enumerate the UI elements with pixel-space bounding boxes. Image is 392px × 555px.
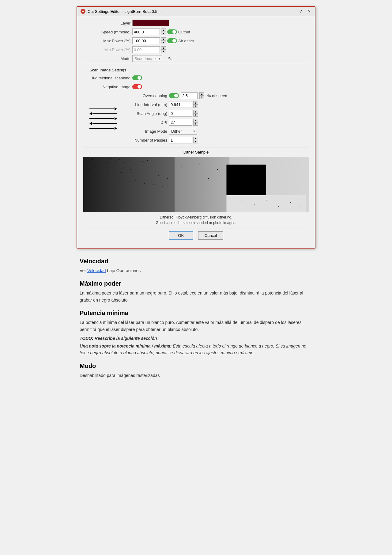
layer-label: Layer xyxy=(83,21,132,25)
speed-up-btn[interactable]: ▲ xyxy=(161,29,166,32)
svg-rect-30 xyxy=(117,178,117,179)
line-interval-label: Line Interval (mm) xyxy=(120,102,169,107)
max-power-input[interactable] xyxy=(132,37,160,44)
output-toggle[interactable] xyxy=(167,29,177,34)
potencia-minima-body: La potencia mínima del láser para un bla… xyxy=(80,319,312,333)
max-power-spinner[interactable]: ▲ ▼ xyxy=(161,37,166,44)
max-power-up-btn[interactable]: ▲ xyxy=(161,37,166,41)
bi-directional-toggle[interactable] xyxy=(132,75,142,80)
line-interval-row: Line Interval (mm) ▲ ▼ xyxy=(120,101,309,108)
svg-point-22 xyxy=(147,160,148,161)
speed-spinner[interactable]: ▲ ▼ xyxy=(161,29,166,35)
num-passes-label: Number of Passes xyxy=(120,138,169,143)
dialog-buttons: OK Cancel xyxy=(83,229,309,243)
page-content: Velocidad Ver Velocidad bajo Operaciones… xyxy=(77,258,315,379)
svg-point-9 xyxy=(88,160,88,161)
overscanning-row: Overscanning ▲ ▼ % of speed xyxy=(120,92,309,99)
dpi-down-btn[interactable]: ▼ xyxy=(193,122,198,126)
dpi-spinner[interactable]: ▲ ▼ xyxy=(193,119,198,126)
min-power-label: Min Power (%) xyxy=(83,48,132,52)
dpi-up-btn[interactable]: ▲ xyxy=(193,119,198,122)
min-power-spinner[interactable]: ▲ ▼ xyxy=(161,46,166,53)
arrows-fields-area: Overscanning ▲ ▼ % of speed xyxy=(83,92,309,145)
cancel-button[interactable]: Cancel xyxy=(198,231,223,240)
max-power-down-btn[interactable]: ▼ xyxy=(161,41,166,44)
maximo-poder-heading: Máximo poder xyxy=(80,280,312,287)
svg-point-21 xyxy=(142,162,143,162)
ok-button[interactable]: OK xyxy=(169,231,193,240)
dither-section-title: Dither Sample xyxy=(83,150,309,154)
dither-svg xyxy=(83,157,309,212)
velocidad-heading: Velocidad xyxy=(80,258,312,265)
svg-point-1 xyxy=(82,11,84,12)
svg-rect-45 xyxy=(208,178,209,179)
svg-point-14 xyxy=(110,158,111,159)
overscanning-up-btn[interactable]: ▲ xyxy=(199,92,204,96)
dpi-row: DPI ▲ ▼ xyxy=(120,119,309,126)
svg-rect-24 xyxy=(89,169,90,170)
dpi-input[interactable] xyxy=(169,119,192,126)
modo-body: Deshabilitado para imágenes rasterizadas xyxy=(80,372,312,379)
num-passes-up-btn[interactable]: ▲ xyxy=(193,137,198,140)
svg-rect-44 xyxy=(199,165,200,165)
negative-image-row: Negative Image xyxy=(83,83,309,90)
arrow-line-3 xyxy=(89,117,117,120)
min-power-down-btn[interactable]: ▼ xyxy=(161,50,166,53)
overscanning-spinner[interactable]: ▲ ▼ xyxy=(199,92,204,99)
overscanning-toggle[interactable] xyxy=(169,93,179,98)
velocidad-prefix: Ver xyxy=(80,268,87,273)
arrow-line-1 xyxy=(89,107,117,110)
negative-image-label: Negative Image xyxy=(83,85,132,89)
min-power-input[interactable] xyxy=(132,46,160,53)
velocidad-link[interactable]: Velocidad xyxy=(87,268,106,273)
line-interval-up-btn[interactable]: ▲ xyxy=(193,101,198,105)
svg-point-19 xyxy=(133,163,134,163)
scan-angle-spinner[interactable]: ▲ ▼ xyxy=(193,110,198,117)
svg-rect-50 xyxy=(278,206,279,207)
num-passes-spinner[interactable]: ▲ ▼ xyxy=(193,137,198,143)
mode-select[interactable]: Scan Image Fill Line xyxy=(132,55,162,62)
velocidad-body: Ver Velocidad bajo Operaciones xyxy=(80,267,312,274)
dither-description: Dithered: Floyd-Steinberg diffusion dith… xyxy=(83,215,309,226)
num-passes-input[interactable] xyxy=(169,137,192,143)
mode-row: Mode Scan Image Fill Line ▼ ↖ xyxy=(83,55,309,62)
image-mode-label: Image Mode xyxy=(120,129,169,134)
negative-image-toggle[interactable] xyxy=(132,84,142,89)
num-passes-row: Number of Passes ▲ ▼ xyxy=(120,136,309,144)
bi-directional-label: Bi-directional scanning xyxy=(83,76,132,80)
app-icon xyxy=(80,9,86,14)
svg-point-16 xyxy=(119,159,120,160)
air-assist-label: Air assist xyxy=(178,39,194,43)
num-passes-down-btn[interactable]: ▼ xyxy=(193,140,198,143)
scan-angle-input[interactable] xyxy=(169,110,192,117)
svg-point-12 xyxy=(101,160,102,160)
line-interval-input[interactable] xyxy=(169,101,192,108)
line-interval-spinner[interactable]: ▲ ▼ xyxy=(193,101,198,108)
svg-rect-46 xyxy=(217,169,218,170)
help-button[interactable]: ? xyxy=(298,9,303,14)
speed-input[interactable] xyxy=(132,29,160,35)
arrow-line-5 xyxy=(89,127,117,130)
cursor-icon: ↖ xyxy=(168,55,172,62)
min-power-up-btn[interactable]: ▲ xyxy=(161,46,166,50)
overscanning-input[interactable] xyxy=(181,92,198,99)
svg-rect-43 xyxy=(190,174,190,174)
mode-select-wrapper: Scan Image Fill Line ▼ xyxy=(132,55,162,62)
air-assist-toggle[interactable] xyxy=(167,38,177,43)
scan-angle-up-btn[interactable]: ▲ xyxy=(193,110,198,113)
arrow-line-4 xyxy=(89,122,117,125)
line-interval-down-btn[interactable]: ▼ xyxy=(193,105,198,108)
title-bar: Cut Settings Editor - LightBurn Beta 0.5… xyxy=(77,7,315,16)
bi-directional-row: Bi-directional scanning xyxy=(83,74,309,82)
scan-angle-down-btn[interactable]: ▼ xyxy=(193,113,198,117)
dialog-title: Cut Settings Editor - LightBurn Beta 0.5… xyxy=(88,9,162,14)
overscanning-down-btn[interactable]: ▼ xyxy=(199,96,204,99)
image-mode-select[interactable]: Dither Grayscale Threshold xyxy=(169,128,197,135)
speed-down-btn[interactable]: ▼ xyxy=(161,32,166,35)
svg-rect-32 xyxy=(126,177,126,177)
svg-rect-29 xyxy=(112,168,113,168)
layer-color-swatch[interactable] xyxy=(132,20,169,26)
arrow-line-2 xyxy=(89,112,117,115)
close-button[interactable]: × xyxy=(307,9,312,14)
dialog-content: Layer Speed (mm/sec) ▲ ▼ Outpu xyxy=(77,16,315,248)
